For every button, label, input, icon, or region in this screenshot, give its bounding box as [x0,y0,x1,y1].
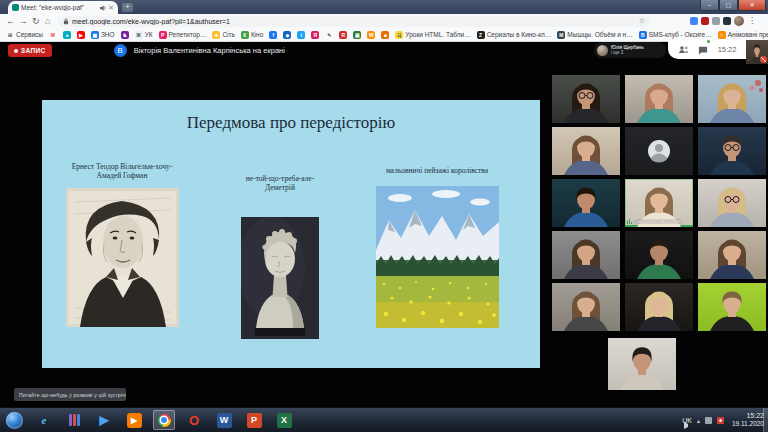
bookmark-item[interactable]: ▶ [77,31,85,39]
taskbar-app-opera[interactable]: O [183,410,205,430]
people-icon[interactable] [678,45,689,54]
excel-icon: X [277,413,292,428]
extension-icon[interactable] [712,17,720,25]
record-dot-icon [14,49,18,53]
bookmark-item[interactable]: ◆ [283,31,291,39]
new-tab-button[interactable]: + [122,3,133,12]
bookmark-item[interactable]: ● [63,31,71,39]
participant-tile[interactable] [625,75,693,123]
back-icon[interactable]: ← [6,15,15,27]
chat-icon[interactable] [698,46,708,55]
forward-icon[interactable]: → [19,15,28,27]
desktop: Meet: "eke-wvqjo-paf" ✕ + – ▢ ✕ ← → ↻ ⌂ … [0,0,768,432]
participant-tile[interactable] [698,283,766,331]
window-minimize-button[interactable]: – [700,0,719,11]
taskbar-app-winrar[interactable] [63,410,85,430]
volume-icon[interactable] [684,422,688,429]
taskbar-app-potplayer[interactable]: ▶ [123,410,145,430]
browser-tab-strip: Meet: "eke-wvqjo-paf" ✕ + – ▢ ✕ [0,0,768,14]
bookmark-item[interactable]: BSMS-клуб - Оксиге… [639,31,712,39]
profile-avatar[interactable] [734,16,744,26]
browser-tab[interactable]: Meet: "eke-wvqjo-paf" ✕ [8,1,118,14]
taskbar-app-chrome[interactable] [153,410,175,430]
bookmark-item[interactable]: ■ [381,31,389,39]
home-icon[interactable]: ⌂ [45,15,50,27]
bookmark-item[interactable]: t [297,31,305,39]
reload-icon[interactable]: ↻ [32,15,40,27]
meet-topbar: 15:22 [668,40,746,59]
participant-tile[interactable]: Тіна Андрєєва (Ліляна) [625,179,693,227]
tray-icon[interactable] [705,417,712,424]
bookmark-item[interactable]: R [339,31,347,39]
bookmark-label: ЗНО [101,31,115,38]
bookmark-item[interactable]: □Анімовані презен… [718,31,768,39]
participant-tile[interactable] [698,179,766,227]
taskbar-app-excel[interactable]: X [273,410,295,430]
participant-tile[interactable] [625,127,693,175]
antivirus-tray-icon[interactable] [717,417,724,424]
tab-close-icon[interactable]: ✕ [108,4,114,11]
tab-title: Meet: "eke-wvqjo-paf" [21,4,98,11]
bookmark-item[interactable]: ✎ [325,31,333,39]
meeting-details-pill[interactable]: Питайте що-небудь у розмові у цій зустрі… [14,388,126,401]
participant-tile[interactable] [625,283,693,331]
bookmark-item[interactable]: ▦ЗНО [91,31,115,39]
participant-tile[interactable] [552,283,620,331]
bookmark-item[interactable]: ⊞Сервисы [6,31,43,39]
bookmark-favicon: Я [311,31,319,39]
participant-tile-large[interactable] [608,338,676,390]
participant-tile[interactable] [552,179,620,227]
bookmark-item[interactable]: РРепетитор… [159,31,207,39]
bookmark-item[interactable]: ММышцы. Объём и н… [557,31,632,39]
participant-tile[interactable] [552,127,620,175]
bookmark-favicon: ▦ [91,31,99,39]
bookmark-item[interactable]: ККіно [241,31,263,39]
bookmark-star-icon[interactable]: ☆ [639,17,645,25]
bookmark-item[interactable]: W [367,31,375,39]
extension-icon[interactable] [701,17,709,25]
browser-menu-icon[interactable]: ⋮ [748,15,756,27]
participant-tile[interactable] [698,231,766,279]
participant-tile[interactable] [698,127,766,175]
opera-icon: O [187,413,202,428]
bookmark-label: Анімовані презен… [728,31,768,38]
taskbar-app-internet-explorer[interactable]: e [33,410,55,430]
window-close-button[interactable]: ✕ [738,0,766,11]
bookmark-item[interactable]: ЦУроки HTML. Табли… [395,31,470,39]
taskbar-app-word[interactable]: W [213,410,235,430]
taskbar-clock[interactable]: 15:22 19.11.2020 [732,412,764,428]
bookmark-item[interactable]: f [269,31,277,39]
participant-tile[interactable] [698,75,766,123]
bookmark-item[interactable]: ЖУК [135,31,153,39]
bookmark-item[interactable]: ♞ [121,31,129,39]
tray-chevron-icon[interactable]: ▴ [697,417,700,424]
bookmark-label: УК [145,31,153,38]
bookmark-favicon: W [367,31,375,39]
self-view-tile[interactable] [746,40,768,64]
figure-caption: мальовничі пейзажі королівства [372,166,502,175]
extension-icon[interactable] [723,17,731,25]
taskbar-app-start[interactable] [3,410,25,430]
participants-overflow-pill[interactable]: Юлія Щербань і ще 3 [594,42,666,58]
bookmark-item[interactable]: ★Сіть [212,31,235,39]
bookmark-item[interactable]: ▣ [353,31,361,39]
participant-tile[interactable] [552,75,620,123]
bookmark-favicon: B [639,31,647,39]
bookmark-item[interactable]: ZСериалы в Кино-кл… [477,31,552,39]
extension-icon[interactable] [690,17,698,25]
tab-audio-icon[interactable] [100,5,106,11]
bookmark-item[interactable]: M [49,31,57,39]
figure-caption: не-той-що-треба-але-Деметрій [234,174,326,193]
participant-tile[interactable] [625,231,693,279]
bookmark-favicon: R [339,31,347,39]
bookmark-favicon: Ж [135,31,143,39]
participant-tile[interactable] [552,231,620,279]
active-speaker-label: Тіна Андрєєва (Ліляна) [627,219,691,224]
taskbar-app-powerpoint[interactable]: P [243,410,265,430]
address-bar[interactable]: meet.google.com/eke-wvqjo-paf?pli=1&auth… [58,16,650,27]
window-maximize-button[interactable]: ▢ [719,0,738,11]
bookmark-item[interactable]: Я [311,31,319,39]
taskbar-app-media-player[interactable]: ▶ [93,410,115,430]
bookmark-label: Мышцы. Объём и н… [567,31,632,38]
show-desktop-button[interactable] [763,408,768,432]
